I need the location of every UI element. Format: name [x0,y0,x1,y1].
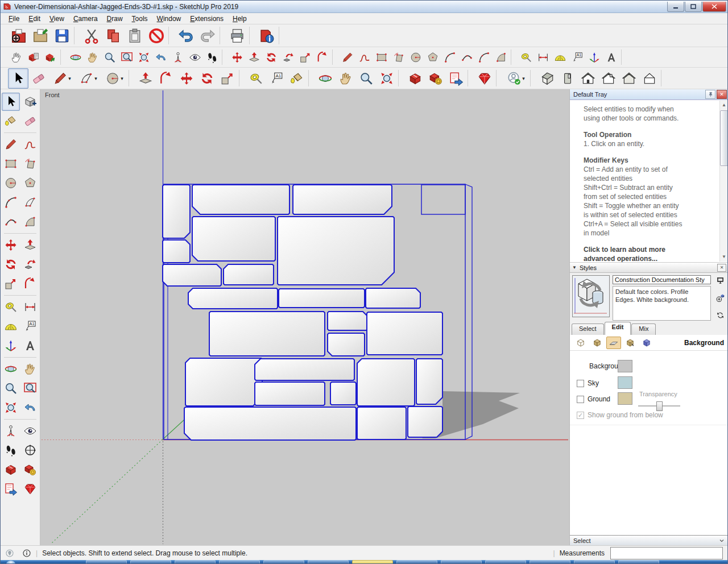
open-button[interactable] [30,25,51,47]
rectangle-button[interactable] [2,155,20,173]
taskbar-button[interactable] [86,560,127,564]
scrollbar-thumb[interactable] [720,110,728,166]
pie-button[interactable] [21,193,39,212]
zoom-extents-button[interactable] [2,399,20,417]
select-panel-bar[interactable]: Select [570,535,728,545]
position-camera-button[interactable] [2,422,20,440]
paint-bucket-button[interactable] [287,68,307,89]
three-point-arc-button[interactable] [475,49,493,66]
menu-view[interactable]: View [45,14,69,24]
sign-in-dropdown-arrow[interactable]: ▾ [522,76,525,81]
background-settings-button[interactable] [606,337,621,349]
taskbar-button[interactable] [130,560,171,564]
tray-pin-button[interactable] [705,90,715,99]
zoom-button[interactable] [356,68,377,89]
taskbar-button[interactable] [263,560,304,564]
learn-more-link[interactable]: Click to learn about more advanced opera… [584,245,712,263]
pan-button[interactable] [336,68,356,89]
start-button[interactable] [6,561,15,564]
push-pull-button[interactable] [246,49,263,66]
scale-button[interactable] [297,49,314,66]
dimension-button[interactable] [535,49,552,66]
new-button[interactable] [8,25,30,47]
rotate-button[interactable] [263,49,280,66]
style-thumbnail[interactable] [572,275,610,317]
select-button[interactable] [8,68,28,89]
sector-button[interactable] [21,213,39,231]
face-settings-button[interactable] [590,337,605,349]
menu-extensions[interactable]: Extensions [185,14,228,24]
tape-measure-button[interactable] [246,68,266,89]
model-block[interactable] [163,185,190,238]
style-description[interactable]: Default face colors. Profile Edges. Whit… [613,286,711,321]
taskbar-button[interactable] [175,560,216,564]
model-canvas[interactable] [40,89,569,545]
line-dropdown-arrow[interactable]: ▾ [68,76,71,81]
create-style-icon[interactable] [715,293,725,303]
rotate-button[interactable] [197,68,217,89]
paste-button[interactable] [124,25,146,47]
copy-button[interactable] [102,25,124,47]
circle-button[interactable] [407,49,424,66]
front-view-button[interactable] [578,68,598,89]
two-point-arc-button[interactable] [458,49,475,66]
scroll-down-icon[interactable]: ▼ [722,252,726,262]
model-info-button[interactable] [256,25,278,47]
orbit-button[interactable] [315,68,336,89]
extension-manager-button[interactable] [474,68,495,89]
polygon-button[interactable] [424,49,441,66]
zoom-window-button[interactable] [118,49,135,66]
sign-in-button[interactable]: ▾ [503,68,529,89]
orbit-button[interactable] [2,360,20,378]
title-bar[interactable]: Veneer-Dimensional-Ashlar-Jagged-Ends-3D… [1,1,727,13]
freehand-button[interactable] [21,135,39,154]
model-block[interactable] [224,264,274,285]
model-block[interactable] [163,240,190,263]
print-button[interactable] [226,25,248,47]
ground-checkbox[interactable] [577,396,584,403]
send-to-layout-button[interactable] [2,480,20,498]
select-button[interactable] [2,93,20,111]
model-block[interactable] [328,333,365,356]
three-d-text-button[interactable] [603,49,620,66]
polygon-button[interactable] [21,174,39,192]
back-view-button[interactable] [619,68,639,89]
protractor-button[interactable] [2,317,20,335]
model-block[interactable] [330,382,356,405]
eraser-button[interactable] [21,112,39,130]
three-d-text-button[interactable] [21,337,39,355]
taskbar-button[interactable] [618,560,659,564]
rotated-rectangle-button[interactable] [390,49,407,66]
close-button[interactable] [702,2,726,12]
edge-settings-button[interactable] [573,337,588,349]
top-view-button[interactable] [557,68,578,89]
minimize-button[interactable] [667,2,684,12]
zoom-button[interactable] [2,379,20,397]
sky-color-swatch[interactable] [618,376,632,389]
iso-view-button[interactable] [537,68,557,89]
taskbar-button[interactable] [219,560,260,564]
model-block[interactable] [255,382,325,405]
transparency-slider-thumb[interactable] [656,401,663,411]
model-block[interactable] [163,264,221,286]
taskbar-button[interactable] [396,560,437,564]
arcs-button[interactable]: ▾ [75,68,101,89]
push-pull-button[interactable] [21,236,39,254]
menu-window[interactable]: Window [152,14,186,24]
viewport-3d[interactable]: Front [40,89,569,545]
dimension-button[interactable] [21,298,39,316]
style-name-input[interactable] [613,275,711,284]
model-block[interactable] [367,312,442,355]
tape-measure-button[interactable] [518,49,535,66]
modeling-settings-button[interactable] [639,337,654,349]
extension-warehouse-button[interactable] [21,461,39,479]
orbit-button[interactable] [67,49,84,66]
section-plane-button[interactable] [21,441,39,459]
zoom-extents-button[interactable] [377,68,397,89]
model-block[interactable] [293,185,392,214]
menu-edit[interactable]: Edit [24,14,45,24]
model-block[interactable] [188,288,278,309]
model-block[interactable] [357,359,415,406]
zoom-window-button[interactable] [21,379,39,397]
send-to-layout-button[interactable] [446,68,466,89]
